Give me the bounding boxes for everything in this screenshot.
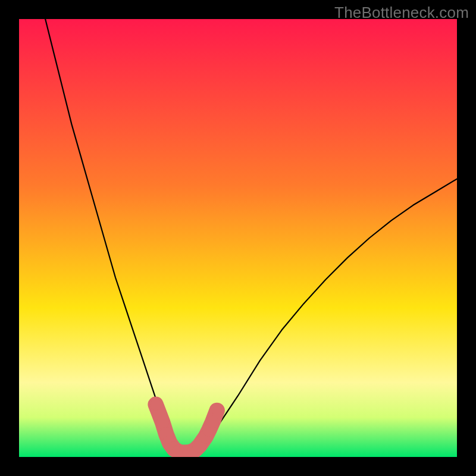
plot-area	[19, 19, 457, 457]
marker-dot	[206, 416, 219, 428]
gradient-background	[19, 19, 457, 457]
outer-frame: TheBottleneck.com	[0, 0, 476, 476]
marker-dot	[150, 399, 161, 410]
marker-dot	[156, 416, 169, 429]
marker-dot	[212, 406, 222, 415]
watermark-text: TheBottleneck.com	[334, 4, 469, 22]
chart-svg	[19, 19, 457, 457]
